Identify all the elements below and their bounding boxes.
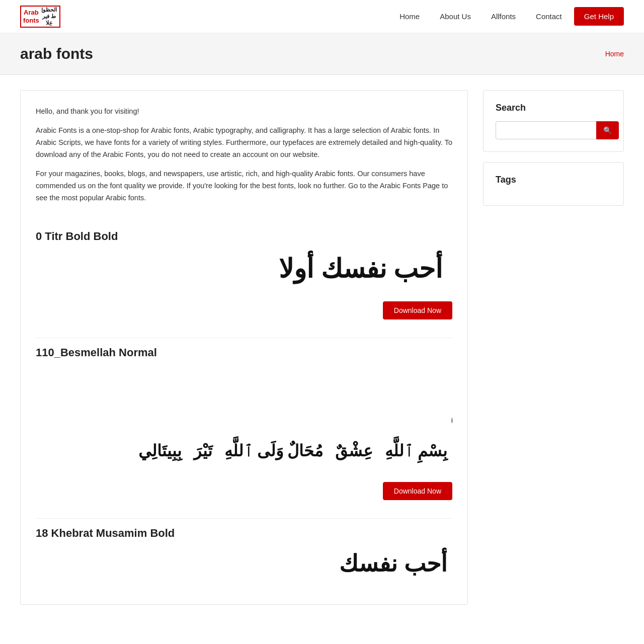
font-name-1: 0 Titr Bold Bold [36,230,452,243]
calligraphy-svg: ﷽ عِشْقٌ مُحَالٌ وَلَى ٱللَّهِ تَيْرَ بِ… [36,373,452,438]
font-preview-3: أحب نفسك [36,549,452,579]
site-logo: Arabfonts |الحظوط فير عِلا [20,6,60,28]
content-area: Hello, and thank you for visiting! Arabi… [20,90,468,605]
font-name-2: 110_Besmellah Normal [36,346,452,359]
sidebar: Search 🔍 Tags [483,90,624,605]
greeting-text: Hello, and thank you for visiting! [36,106,452,118]
nav-gethelp[interactable]: Get Help [574,7,624,26]
content-card: Hello, and thank you for visiting! Arabi… [20,90,468,605]
search-input[interactable] [496,121,596,139]
font-name-3: 18 Khebrat Musamim Bold [36,527,452,540]
main-layout: Hello, and thank you for visiting! Arabi… [0,75,644,620]
intro-text-1: Arabic Fonts is a one-stop-shop for Arab… [36,125,452,161]
page-title-bar: arab fonts Home [0,33,644,75]
nav-home[interactable]: Home [391,8,428,25]
font-preview-calligraphy-2: ﷽ عِشْقٌ مُحَالٌ وَلَى ٱللَّهِ تَيْرَ بِ… [36,368,452,467]
search-title: Search [496,103,611,113]
logo-arabic: |الحظوط فير عِلا [41,7,57,27]
download-button-1[interactable]: Download Now [383,301,452,319]
download-wrap-1: Download Now [36,301,452,319]
font-entry-2: 110_Besmellah Normal ﷽ عِشْقٌ مُحَالٌ وَ… [36,338,452,500]
site-header: Arabfonts |الحظوط فير عِلا Home About Us… [0,0,644,33]
nav-allfonts[interactable]: Allfonts [483,8,524,25]
nav-contact[interactable]: Contact [528,8,570,25]
main-nav: Home About Us Allfonts Contact Get Help [391,7,624,26]
font-preview-arabic-1: أحب نفسك أولا [36,252,452,286]
search-row: 🔍 [496,121,611,139]
logo-area: Arabfonts |الحظوط فير عِلا [20,6,60,28]
page-title: arab fonts [20,45,93,62]
sidebar-search-card: Search 🔍 [483,90,624,152]
nav-about[interactable]: About Us [432,8,479,25]
download-wrap-2: Download Now [36,482,452,500]
font-entry-3: 18 Khebrat Musamim Bold أحب نفسك [36,518,452,579]
sidebar-tags-card: Tags [483,162,624,206]
search-icon: 🔍 [603,126,612,134]
tags-title: Tags [496,175,611,185]
breadcrumb-home[interactable]: Home [605,50,624,58]
svg-text:﷽ عِشْقٌ مُحَالٌ وَلَى ٱللَّهِ: ﷽ عِشْقٌ مُحَالٌ وَلَى ٱللَّهِ تَيْرَ بِ… [449,373,452,435]
font-entry-1: 0 Titr Bold Bold أحب نفسك أولا Download … [36,222,452,319]
logo-text: Arabfonts [23,9,39,24]
search-button[interactable]: 🔍 [596,121,619,139]
download-button-2[interactable]: Download Now [383,482,452,500]
intro-text-2: For your magazines, books, blogs, and ne… [36,168,452,204]
